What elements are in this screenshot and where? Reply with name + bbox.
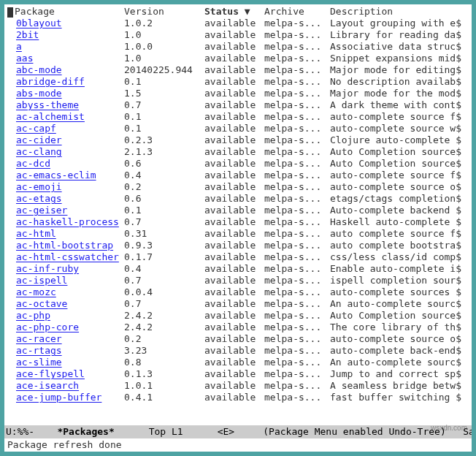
header-version[interactable]: Version <box>124 6 204 18</box>
package-name-link[interactable]: ac-php-core <box>16 322 79 332</box>
package-name-link[interactable]: ac-etags <box>16 193 62 204</box>
package-row[interactable]: ac-cider0.2.3availablemelpa-s...Clojure … <box>7 134 469 146</box>
package-row[interactable]: ac-clang2.1.3availablemelpa-s...Auto Com… <box>7 146 469 158</box>
package-description: A seamless bridge betw$ <box>330 380 469 392</box>
package-name-link[interactable]: ac-cider <box>16 134 62 145</box>
package-version: 0.7 <box>124 275 204 286</box>
header-status[interactable]: Status ▼ <box>204 6 264 18</box>
package-name-link[interactable]: ac-capf <box>16 123 56 134</box>
package-version: 0.1.7 <box>124 251 204 263</box>
package-name-link[interactable]: ac-ispell <box>16 275 67 286</box>
package-name-link[interactable]: abc-mode <box>16 64 62 75</box>
package-name-link[interactable]: ac-racer <box>16 333 62 344</box>
package-row[interactable]: ac-inf-ruby0.4availablemelpa-s...Enable … <box>7 263 469 275</box>
package-name-link[interactable]: ac-dcd <box>16 158 50 169</box>
package-name-link[interactable]: 2bit <box>16 29 39 40</box>
package-row[interactable]: ac-php2.4.2availablemelpa-s...Auto Compl… <box>7 310 469 322</box>
package-name-link[interactable]: ace-flyspell <box>16 368 85 379</box>
package-name-link[interactable]: abyss-theme <box>16 99 79 110</box>
package-row[interactable]: ace-flyspell0.1.3availablemelpa-s...Jump… <box>7 368 469 380</box>
package-row[interactable]: aas1.0availablemelpa-s...Snippet expansi… <box>7 53 469 64</box>
echo-area: Package refresh done <box>4 438 472 452</box>
package-name-link[interactable]: ac-emacs-eclim <box>16 170 96 180</box>
header-package[interactable]: Package <box>15 6 55 17</box>
package-row[interactable]: ac-etags0.6availablemelpa-s...etags/ctag… <box>7 193 469 205</box>
package-name-link[interactable]: ac-mozc <box>16 286 56 297</box>
package-row[interactable]: ac-dcd0.6availablemelpa-s...Auto Complet… <box>7 158 469 170</box>
package-name-link[interactable]: ac-geiser <box>16 205 67 216</box>
package-name-link[interactable]: ac-slime <box>16 357 62 368</box>
package-name-link[interactable]: ac-rtags <box>16 345 62 356</box>
package-name-link[interactable]: ace-jump-buffer <box>16 392 101 403</box>
package-name-link[interactable]: 0blayout <box>16 18 62 28</box>
package-description: Major mode for the mod$ <box>330 88 469 99</box>
package-version: 1.0 <box>124 29 204 41</box>
package-name-link[interactable]: ac-php <box>16 310 50 321</box>
package-description: No description availab$ <box>330 76 469 88</box>
package-row[interactable]: ac-haskell-process0.7availablemelpa-s...… <box>7 216 469 228</box>
package-name-link[interactable]: ac-octave <box>16 298 67 309</box>
package-status: available <box>204 76 264 88</box>
package-description: ispell completion sour$ <box>330 275 469 286</box>
package-name-link[interactable]: ac-html-bootstrap <box>16 240 113 251</box>
package-row[interactable]: ac-capf0.1availablemelpa-s...auto-comple… <box>7 123 469 134</box>
package-row[interactable]: ac-html-bootstrap0.9.3availablemelpa-s..… <box>7 240 469 251</box>
package-row[interactable]: ac-geiser0.1availablemelpa-s...Auto-comp… <box>7 205 469 216</box>
package-row[interactable]: abyss-theme0.7availablemelpa-s...A dark … <box>7 99 469 111</box>
package-row[interactable]: 2bit1.0availablemelpa-s...Library for re… <box>7 29 469 41</box>
package-version: 0.6 <box>124 193 204 205</box>
package-name-link[interactable]: ac-inf-ruby <box>16 263 79 274</box>
package-name-link[interactable]: ac-haskell-process <box>16 216 119 227</box>
package-version: 0.2 <box>124 333 204 345</box>
package-status: available <box>204 193 264 205</box>
package-name-link[interactable]: abs-mode <box>16 88 62 99</box>
package-row[interactable]: ac-alchemist0.1availablemelpa-s...auto-c… <box>7 111 469 123</box>
package-name-link[interactable]: ac-html-csswatcher <box>16 251 119 262</box>
package-name-link[interactable]: abridge-diff <box>16 76 85 87</box>
package-status: available <box>204 146 264 158</box>
package-name-link[interactable]: a <box>16 41 22 52</box>
package-row[interactable]: abc-mode20140225.944availablemelpa-s...M… <box>7 64 469 76</box>
package-row[interactable]: abridge-diff0.1availablemelpa-s...No des… <box>7 76 469 88</box>
package-name-link[interactable]: ac-clang <box>16 146 62 157</box>
package-row[interactable]: abs-mode1.5availablemelpa-s...Major mode… <box>7 88 469 99</box>
package-status: available <box>204 29 264 41</box>
column-headers[interactable]: PackageVersionStatus ▼ArchiveDescription <box>7 6 469 18</box>
package-row[interactable]: ac-ispell0.7availablemelpa-s...ispell co… <box>7 275 469 286</box>
package-name-link[interactable]: ace-isearch <box>16 380 79 391</box>
package-version: 0.6 <box>124 158 204 170</box>
package-row[interactable]: ac-php-core2.4.2availablemelpa-s...The c… <box>7 322 469 333</box>
package-name-link[interactable]: aas <box>16 53 33 64</box>
package-row[interactable]: ac-octave0.7availablemelpa-s...An auto-c… <box>7 298 469 310</box>
package-row[interactable]: ac-slime0.8availablemelpa-s...An auto-co… <box>7 357 469 368</box>
package-archive: melpa-s... <box>264 228 330 240</box>
package-row[interactable]: 0blayout1.0.2availablemelpa-s...Layout g… <box>7 18 469 29</box>
package-description: fast buffer switching $ <box>330 392 469 403</box>
package-row[interactable]: a1.0.0availablemelpa-s...Associative dat… <box>7 41 469 53</box>
package-row[interactable]: ac-html-csswatcher0.1.7availablemelpa-s.… <box>7 251 469 263</box>
package-version: 0.31 <box>124 228 204 240</box>
header-description[interactable]: Description <box>330 6 469 18</box>
package-row[interactable]: ac-racer0.2availablemelpa-s...auto-compl… <box>7 333 469 345</box>
package-row[interactable]: ac-emacs-eclim0.4availablemelpa-s...auto… <box>7 170 469 181</box>
mode-line-mod: U:%%- <box>6 426 34 437</box>
package-archive: melpa-s... <box>264 286 330 298</box>
package-name-link[interactable]: ac-html <box>16 228 56 239</box>
package-version: 0.1 <box>124 76 204 88</box>
package-row[interactable]: ac-html0.31availablemelpa-s...auto compl… <box>7 228 469 240</box>
package-row[interactable]: ac-mozc0.0.4availablemelpa-s...auto-comp… <box>7 286 469 298</box>
package-row[interactable]: ac-rtags3.23availablemelpa-s...auto-comp… <box>7 345 469 357</box>
package-status: available <box>204 134 264 146</box>
package-version: 0.8 <box>124 357 204 368</box>
package-status: available <box>204 64 264 76</box>
package-status: available <box>204 263 264 275</box>
package-description: An auto-complete sourc$ <box>330 298 469 310</box>
package-row[interactable]: ace-jump-buffer0.4.1availablemelpa-s...f… <box>7 392 469 403</box>
package-name-link[interactable]: ac-alchemist <box>16 111 85 122</box>
package-name-link[interactable]: ac-emoji <box>16 181 62 192</box>
header-archive[interactable]: Archive <box>264 6 330 18</box>
package-version: 2.1.3 <box>124 146 204 158</box>
package-row[interactable]: ace-isearch1.0.1availablemelpa-s...A sea… <box>7 380 469 392</box>
package-status: available <box>204 41 264 53</box>
package-row[interactable]: ac-emoji0.2availablemelpa-s...auto-compl… <box>7 181 469 193</box>
